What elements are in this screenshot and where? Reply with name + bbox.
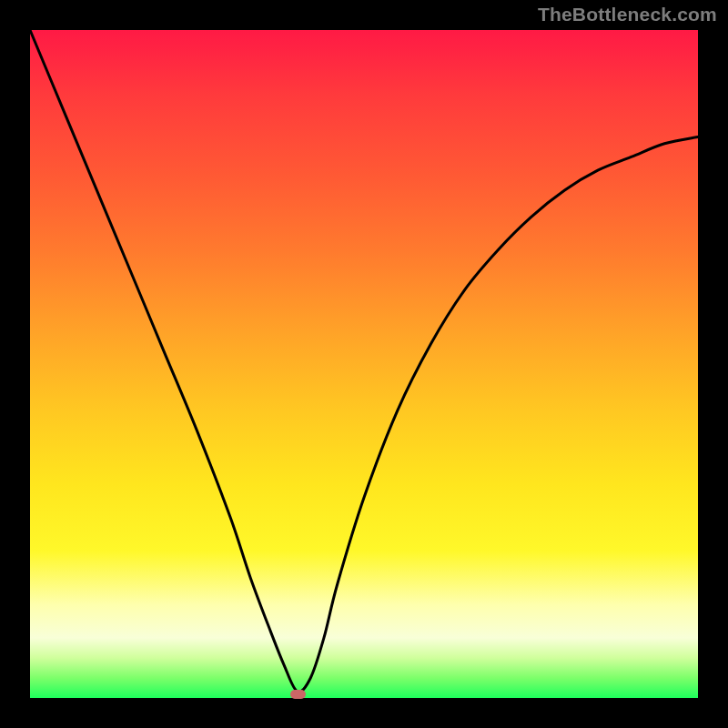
chart-frame: TheBottleneck.com [0,0,728,728]
watermark-text: TheBottleneck.com [538,4,717,25]
bottleneck-curve [30,30,698,698]
plot-area [30,30,698,698]
minimum-marker [290,690,306,699]
